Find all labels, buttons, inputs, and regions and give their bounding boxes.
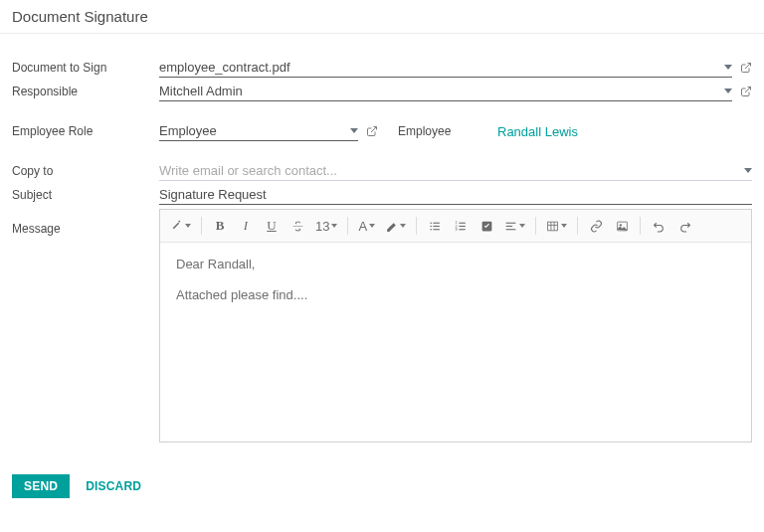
- svg-point-3: [430, 222, 432, 224]
- svg-rect-16: [506, 222, 516, 223]
- message-line: Dear Randall,: [176, 257, 735, 271]
- magic-icon[interactable]: [166, 214, 195, 238]
- employee-group: Employee Randall Lewis: [398, 124, 752, 139]
- svg-rect-19: [548, 222, 558, 231]
- caret-down-icon[interactable]: [350, 128, 358, 133]
- separator: [535, 217, 536, 235]
- svg-rect-8: [433, 229, 440, 230]
- editor-content[interactable]: Dear Randall, Attached please find....: [160, 243, 751, 442]
- send-button[interactable]: Send: [12, 474, 70, 498]
- label-employee-role: Employee Role: [12, 124, 159, 138]
- caret-down-icon[interactable]: [724, 89, 732, 93]
- bold-button[interactable]: B: [208, 214, 232, 238]
- subject-input[interactable]: [159, 185, 752, 205]
- svg-line-2: [371, 127, 377, 133]
- svg-rect-6: [433, 225, 440, 226]
- strike-icon[interactable]: [286, 214, 309, 238]
- table-icon[interactable]: [542, 214, 571, 238]
- svg-text:3: 3: [455, 227, 457, 231]
- underline-button[interactable]: U: [260, 214, 284, 238]
- document-select[interactable]: employee_contract.pdf: [159, 58, 732, 78]
- svg-rect-14: [459, 229, 466, 230]
- field-document: employee_contract.pdf: [159, 58, 752, 78]
- svg-point-24: [620, 224, 622, 226]
- italic-button[interactable]: I: [234, 214, 258, 238]
- separator: [577, 217, 578, 235]
- responsible-value: Mitchell Admin: [159, 84, 718, 98]
- field-copy-to: Write email or search contact...: [159, 161, 752, 181]
- field-responsible: Mitchell Admin: [159, 82, 752, 101]
- editor-toolbar: B I U 13 A 123: [160, 210, 751, 243]
- external-link-icon[interactable]: [366, 125, 378, 137]
- svg-rect-12: [459, 225, 466, 226]
- label-message: Message: [12, 222, 159, 236]
- label-employee: Employee: [398, 124, 497, 139]
- align-icon[interactable]: [500, 214, 529, 238]
- separator: [640, 217, 641, 235]
- row-employee-role: Employee Role Employee Employee Randall …: [12, 121, 752, 141]
- label-document: Document to Sign: [12, 61, 159, 75]
- svg-point-7: [430, 228, 432, 230]
- row-message: Message B I U 13 A 123: [12, 209, 752, 443]
- row-responsible: Responsible Mitchell Admin: [12, 82, 752, 101]
- image-icon[interactable]: [610, 214, 634, 238]
- document-value: employee_contract.pdf: [159, 60, 718, 75]
- rich-editor: B I U 13 A 123: [159, 209, 752, 443]
- label-responsible: Responsible: [12, 85, 159, 98]
- responsible-select[interactable]: Mitchell Admin: [159, 82, 732, 101]
- svg-rect-17: [506, 225, 513, 226]
- svg-rect-10: [459, 222, 466, 223]
- external-link-icon[interactable]: [740, 86, 752, 97]
- redo-icon[interactable]: [672, 214, 696, 238]
- svg-rect-4: [433, 222, 440, 223]
- font-size-button[interactable]: 13: [311, 214, 341, 238]
- dialog-footer: Send Discard: [0, 462, 764, 510]
- field-message: B I U 13 A 123: [159, 209, 752, 443]
- svg-point-5: [430, 225, 432, 227]
- undo-icon[interactable]: [647, 214, 670, 238]
- message-line: Attached please find....: [176, 287, 735, 302]
- svg-line-0: [745, 64, 751, 70]
- caret-down-icon[interactable]: [724, 65, 732, 70]
- separator: [347, 217, 348, 235]
- copy-to-placeholder: Write email or search contact...: [159, 163, 738, 178]
- svg-line-1: [745, 88, 751, 93]
- external-link-icon[interactable]: [740, 62, 752, 74]
- caret-down-icon[interactable]: [744, 168, 752, 173]
- field-employee-role: Employee Employee Randall Lewis: [159, 121, 752, 141]
- copy-to-input[interactable]: Write email or search contact...: [159, 161, 752, 181]
- row-copy-to: Copy to Write email or search contact...: [12, 161, 752, 181]
- text-color-button[interactable]: A: [354, 214, 379, 238]
- svg-rect-18: [506, 229, 516, 230]
- row-subject: Subject: [12, 185, 752, 205]
- employee-link[interactable]: Randall Lewis: [497, 124, 578, 139]
- row-document: Document to Sign employee_contract.pdf: [12, 58, 752, 78]
- highlight-icon[interactable]: [381, 214, 410, 238]
- employee-role-select[interactable]: Employee: [159, 121, 358, 141]
- form-body: Document to Sign employee_contract.pdf R…: [0, 34, 764, 462]
- employee-role-value: Employee: [159, 123, 344, 138]
- label-subject: Subject: [12, 188, 159, 202]
- list-ul-icon[interactable]: [423, 214, 447, 238]
- discard-button[interactable]: Discard: [74, 474, 153, 498]
- dialog-title: Document Signature: [12, 8, 752, 25]
- separator: [201, 217, 202, 235]
- label-copy-to: Copy to: [12, 164, 159, 178]
- checklist-icon[interactable]: [475, 214, 498, 238]
- list-ol-icon[interactable]: 123: [449, 214, 473, 238]
- dialog-header: Document Signature: [0, 0, 764, 34]
- link-icon[interactable]: [584, 214, 608, 238]
- separator: [416, 217, 417, 235]
- field-subject: [159, 185, 752, 205]
